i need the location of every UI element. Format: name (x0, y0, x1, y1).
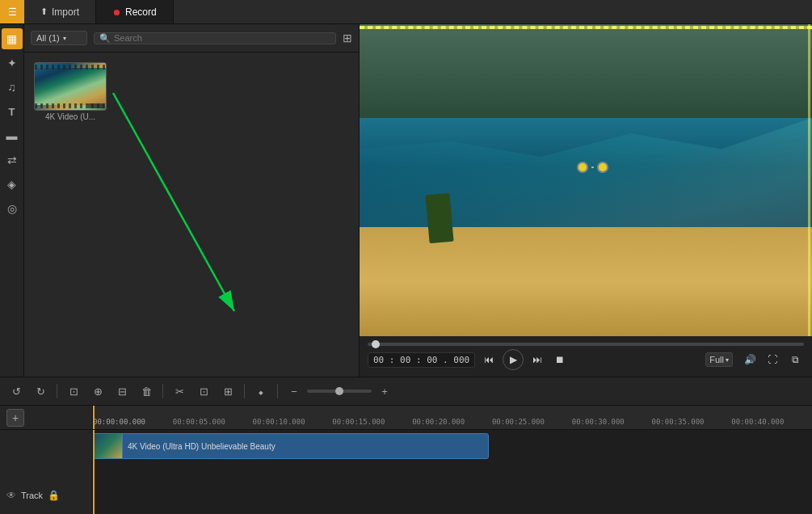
progress-thumb[interactable] (372, 340, 380, 348)
ruler-mark-2: 00:00:10.000 (253, 418, 305, 426)
play-button[interactable]: ▶ (503, 349, 524, 370)
timeline-toolbar: ↺ ↻ ⊡ ⊕ ⊟ 🗑 ✂ ⊡ ⊞ ⬥ − + (0, 377, 812, 406)
toolbar-separator-1 (57, 384, 57, 398)
timeline-clip[interactable]: 4K Video (Ultra HD) Unbelievable Beauty (93, 433, 489, 459)
search-icon: 🔍 (99, 33, 111, 44)
add-track-button[interactable]: + (6, 409, 24, 427)
media-thumbnail (34, 62, 107, 111)
media-search-box: 🔍 (94, 32, 336, 44)
sidebar-item-templates[interactable]: ▬ (2, 125, 23, 146)
timeline-ruler[interactable]: 00:00:00.000 00:00:05.000 00:00:10.000 0… (93, 406, 812, 430)
stop-button[interactable]: ⏹ (551, 351, 569, 369)
media-panel: All (1) ▾ 🔍 ⊞ 4K Video (U... (24, 24, 360, 377)
main-area: ▦ ✦ ♫ T ▬ ⇄ ◈ ◎ All (1) ▾ 🔍 ⊞ (0, 24, 812, 377)
marker-button[interactable]: ⬥ (251, 381, 271, 401)
timeline-content: + 👁 Track 🔒 00:00:00.000 00:00:05.000 00… (0, 406, 812, 514)
sidebar-item-transitions[interactable]: ⇄ (2, 150, 23, 171)
track-add-row: + (0, 406, 92, 430)
delete-button[interactable]: 🗑 (137, 381, 156, 401)
preview-palm (425, 193, 453, 243)
crop-button[interactable]: ⊡ (194, 381, 213, 401)
media-filter-value: All (1) (36, 33, 60, 43)
track-eye-icon[interactable]: 👁 (6, 490, 16, 501)
preview-sand (360, 227, 812, 336)
sidebar-item-media[interactable]: ▦ (2, 28, 23, 49)
grid-view-icon[interactable]: ⊞ (343, 32, 352, 44)
timeline-tracks-label: + 👁 Track 🔒 (0, 406, 93, 514)
toolbar-separator-3 (244, 384, 245, 398)
zoom-slider[interactable] (307, 390, 372, 393)
progress-track[interactable] (368, 343, 804, 346)
tab-import[interactable]: ⬆ Import (24, 0, 96, 23)
toolbar-separator-2 (162, 384, 163, 398)
quality-dropdown[interactable]: Full ▾ (705, 352, 733, 367)
sidebar-item-effects[interactable]: ✦ (2, 53, 23, 74)
preview-panel: 00 : 00 : 00 . 000 ⏮ ▶ ⏭ ⏹ Full ▾ 🔊 ⛶ ⧉ (360, 24, 812, 377)
ruler-mark-4: 00:00:20.000 (412, 418, 465, 426)
top-edge-indicator (360, 26, 812, 29)
zoom-in-button[interactable]: + (375, 381, 394, 401)
keyframe-dot-1 (577, 162, 588, 173)
top-bar: ☰ ⬆ Import ⏺ Record (0, 0, 812, 24)
sidebar-item-text[interactable]: T (2, 101, 23, 122)
app-menu-icon[interactable]: ☰ (0, 0, 24, 23)
fullscreen-button[interactable]: ⛶ (764, 351, 781, 369)
toolbar-separator-4 (277, 384, 278, 398)
forward-button[interactable]: ⏭ (528, 351, 546, 369)
ruler-mark-5: 00:00:25.000 (492, 418, 545, 426)
redo-button[interactable]: ↻ (31, 381, 50, 401)
detach-audio-button[interactable]: ⊟ (112, 381, 132, 401)
right-edge-indicator (808, 24, 810, 336)
preview-video (360, 24, 812, 336)
keyframe-dot-2 (597, 162, 608, 173)
search-input[interactable] (114, 33, 330, 43)
preview-controls-bar: 00 : 00 : 00 . 000 ⏮ ▶ ⏭ ⏹ Full ▾ 🔊 ⛶ ⧉ (360, 336, 812, 377)
clip-label: 4K Video (Ultra HD) Unbelievable Beauty (123, 442, 280, 451)
media-toolbar: All (1) ▾ 🔍 ⊞ (24, 24, 359, 53)
track-lock-icon[interactable]: 🔒 (48, 490, 60, 501)
sidebar-item-audio[interactable]: ♫ (2, 77, 23, 98)
media-content: 4K Video (U... (24, 53, 359, 377)
track-label-row: 👁 Track 🔒 (0, 430, 92, 514)
preview-scene (360, 24, 812, 336)
volume-button[interactable]: 🔊 (741, 351, 759, 369)
ruler-mark-8: 00:00:40.000 (731, 418, 784, 426)
rewind-button[interactable]: ⏮ (480, 351, 498, 369)
controls-row: 00 : 00 : 00 . 000 ⏮ ▶ ⏭ ⏹ Full ▾ 🔊 ⛶ ⧉ (368, 349, 804, 370)
ruler-mark-0: 00:00:00.000 (93, 418, 145, 426)
cut-button[interactable]: ✂ (170, 381, 189, 401)
pip-button[interactable]: ⧉ (786, 351, 804, 369)
track-name: Track (21, 491, 43, 500)
media-filter-dropdown[interactable]: All (1) ▾ (31, 31, 87, 45)
ruler-mark-3: 00:00:15.000 (332, 418, 385, 426)
timeline-tracks-area[interactable]: 4K Video (Ultra HD) Unbelievable Beauty (93, 430, 812, 514)
sidebar-item-filters[interactable]: ◈ (2, 174, 23, 195)
keyframe-indicators (577, 162, 608, 173)
sidebar: ▦ ✦ ♫ T ▬ ⇄ ◈ ◎ (0, 24, 24, 377)
import-icon: ⬆ (40, 6, 48, 17)
media-item[interactable]: 4K Video (U... (34, 62, 107, 121)
tab-import-label: Import (52, 6, 79, 18)
media-item-label: 4K Video (U... (34, 112, 107, 121)
time-display: 00 : 00 : 00 . 000 (368, 352, 475, 368)
svg-line-1 (113, 93, 234, 311)
add-clip-button[interactable]: ⊕ (88, 381, 107, 401)
progress-bar-area (368, 343, 804, 346)
scene-detect-button[interactable]: ⊡ (64, 381, 83, 401)
sidebar-item-stickers[interactable]: ◎ (2, 198, 23, 219)
playhead-line (93, 430, 95, 514)
chevron-down-icon: ▾ (63, 35, 66, 42)
ruler-mark-7: 00:00:35.000 (652, 418, 705, 426)
quality-chevron-icon: ▾ (726, 356, 729, 364)
zoom-thumb (335, 387, 343, 395)
zoom-out-button[interactable]: − (284, 381, 304, 401)
top-tabs: ⬆ Import ⏺ Record (24, 0, 812, 23)
ruler-mark-1: 00:00:05.000 (173, 418, 225, 426)
record-icon: ⏺ (112, 7, 121, 17)
tab-record[interactable]: ⏺ Record (96, 0, 174, 23)
tab-record-label: Record (125, 6, 157, 18)
ruler-playhead (93, 406, 95, 429)
split-keep-button[interactable]: ⊞ (218, 381, 238, 401)
quality-value: Full (709, 355, 724, 364)
undo-button[interactable]: ↺ (6, 381, 26, 401)
